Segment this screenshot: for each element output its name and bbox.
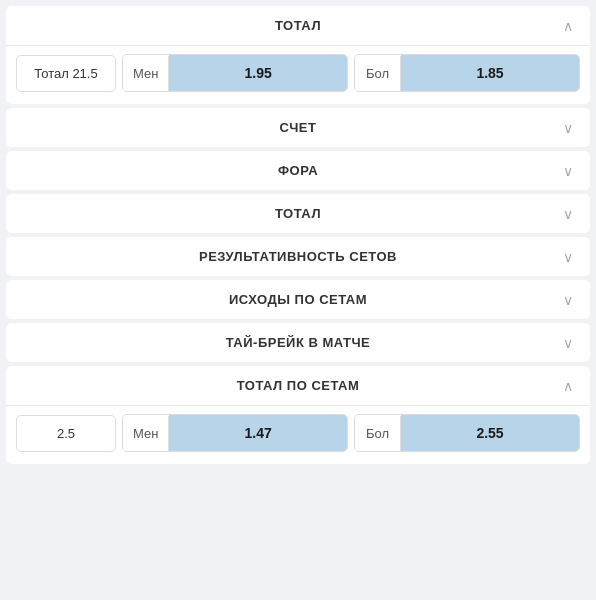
bet-option-мен[interactable]: Мен1.47: [122, 414, 348, 452]
section-title-rezultativnost: РЕЗУЛЬТАТИВНОСТЬ СЕТОВ: [199, 249, 397, 264]
bet-option-label-1: Бол: [355, 416, 401, 451]
chevron-down-icon: [560, 249, 576, 265]
section-header-total-2[interactable]: ТОТАЛ: [6, 194, 590, 233]
section-header-iskhody[interactable]: ИСХОДЫ ПО СЕТАМ: [6, 280, 590, 319]
section-iskhody: ИСХОДЫ ПО СЕТАМ: [6, 280, 590, 319]
chevron-down-icon: [560, 335, 576, 351]
bet-option-value-1[interactable]: 1.85: [401, 55, 579, 91]
bet-option-label-0: Мен: [123, 56, 169, 91]
bet-option-бол[interactable]: Бол2.55: [354, 414, 580, 452]
bet-option-label-0: Мен: [123, 416, 169, 451]
chevron-up-icon: [560, 378, 576, 394]
bet-label-box: 2.5: [16, 415, 116, 452]
section-total-2: ТОТАЛ: [6, 194, 590, 233]
bet-option-бол[interactable]: Бол1.85: [354, 54, 580, 92]
bet-row: Тотал 21.5Мен1.95Бол1.85: [16, 54, 580, 92]
section-header-total-main[interactable]: ТОТАЛ: [6, 6, 590, 45]
section-schet: СЧЕТ: [6, 108, 590, 147]
section-header-total-sets[interactable]: ТОТАЛ ПО СЕТАМ: [6, 366, 590, 405]
section-title-schet: СЧЕТ: [280, 120, 317, 135]
bet-option-мен[interactable]: Мен1.95: [122, 54, 348, 92]
bet-label-box: Тотал 21.5: [16, 55, 116, 92]
section-title-total-main: ТОТАЛ: [275, 18, 321, 33]
section-total-sets: ТОТАЛ ПО СЕТАМ2.5Мен1.47Бол2.55: [6, 366, 590, 464]
section-title-iskhody: ИСХОДЫ ПО СЕТАМ: [229, 292, 367, 307]
bet-option-value-0[interactable]: 1.95: [169, 55, 347, 91]
section-tajbrejk: ТАЙ-БРЕЙК В МАТЧЕ: [6, 323, 590, 362]
chevron-down-icon: [560, 292, 576, 308]
bet-option-value-0[interactable]: 1.47: [169, 415, 347, 451]
main-container: ТОТАЛТотал 21.5Мен1.95Бол1.85СЧЕТФОРАТОТ…: [0, 0, 596, 470]
section-title-fora: ФОРА: [278, 163, 318, 178]
section-title-tajbrejk: ТАЙ-БРЕЙК В МАТЧЕ: [226, 335, 371, 350]
section-body-total-main: Тотал 21.5Мен1.95Бол1.85: [6, 45, 590, 104]
section-header-rezultativnost[interactable]: РЕЗУЛЬТАТИВНОСТЬ СЕТОВ: [6, 237, 590, 276]
bet-option-label-1: Бол: [355, 56, 401, 91]
section-rezultativnost: РЕЗУЛЬТАТИВНОСТЬ СЕТОВ: [6, 237, 590, 276]
section-header-schet[interactable]: СЧЕТ: [6, 108, 590, 147]
section-header-fora[interactable]: ФОРА: [6, 151, 590, 190]
section-title-total-2: ТОТАЛ: [275, 206, 321, 221]
section-total-main: ТОТАЛТотал 21.5Мен1.95Бол1.85: [6, 6, 590, 104]
chevron-up-icon: [560, 18, 576, 34]
chevron-down-icon: [560, 120, 576, 136]
section-fora: ФОРА: [6, 151, 590, 190]
section-header-tajbrejk[interactable]: ТАЙ-БРЕЙК В МАТЧЕ: [6, 323, 590, 362]
bet-row: 2.5Мен1.47Бол2.55: [16, 414, 580, 452]
section-body-total-sets: 2.5Мен1.47Бол2.55: [6, 405, 590, 464]
section-title-total-sets: ТОТАЛ ПО СЕТАМ: [237, 378, 360, 393]
chevron-down-icon: [560, 163, 576, 179]
bet-option-value-1[interactable]: 2.55: [401, 415, 579, 451]
chevron-down-icon: [560, 206, 576, 222]
